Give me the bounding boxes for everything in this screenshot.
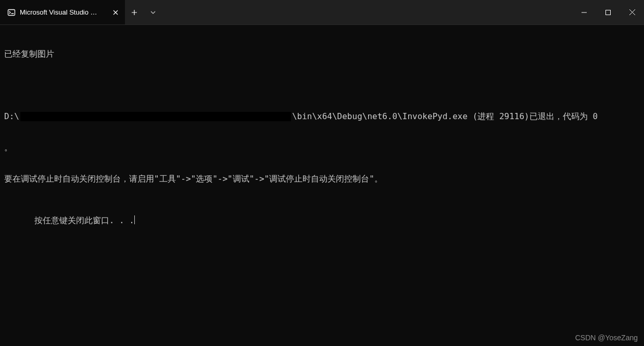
tab-close-button[interactable]	[111, 8, 120, 17]
cursor	[134, 215, 135, 224]
titlebar-drag-region[interactable]	[162, 0, 572, 24]
new-tab-button[interactable]	[125, 0, 144, 24]
output-line: 。	[4, 143, 640, 153]
svg-rect-1	[606, 10, 611, 15]
active-tab[interactable]: Microsoft Visual Studio 调试控	[0, 0, 125, 24]
path-prefix: D:\	[4, 111, 19, 122]
output-line: D:\ \bin\x64\Debug\net6.0\InvokePyd.exe …	[4, 111, 640, 122]
path-suffix: \bin\x64\Debug\net6.0\InvokePyd.exe (进程 …	[292, 111, 598, 122]
terminal-output[interactable]: 已经复制图片 D:\ \bin\x64\Debug\net6.0\InvokeP…	[0, 25, 644, 346]
tab-title: Microsoft Visual Studio 调试控	[20, 8, 104, 17]
redacted-path	[20, 112, 291, 121]
watermark: CSDN @YoseZang	[575, 334, 638, 342]
tab-dropdown-button[interactable]	[144, 0, 162, 24]
close-window-button[interactable]	[620, 0, 644, 24]
output-line: 已经复制图片	[4, 49, 640, 59]
output-line: 要在调试停止时自动关闭控制台，请启用"工具"->"选项"->"调试"->"调试停…	[4, 174, 640, 184]
blank-line	[4, 80, 640, 91]
output-line: 按任意键关闭此窗口. . .	[4, 205, 640, 236]
console-window: Microsoft Visual Studio 调试控	[0, 0, 644, 346]
maximize-button[interactable]	[596, 0, 620, 24]
minimize-button[interactable]	[572, 0, 596, 24]
window-controls	[572, 0, 644, 24]
tab-actions	[125, 0, 162, 24]
terminal-icon	[7, 8, 16, 17]
prompt-text: 按任意键关闭此窗口. . .	[34, 215, 134, 225]
svg-rect-0	[8, 9, 15, 15]
titlebar: Microsoft Visual Studio 调试控	[0, 0, 644, 25]
